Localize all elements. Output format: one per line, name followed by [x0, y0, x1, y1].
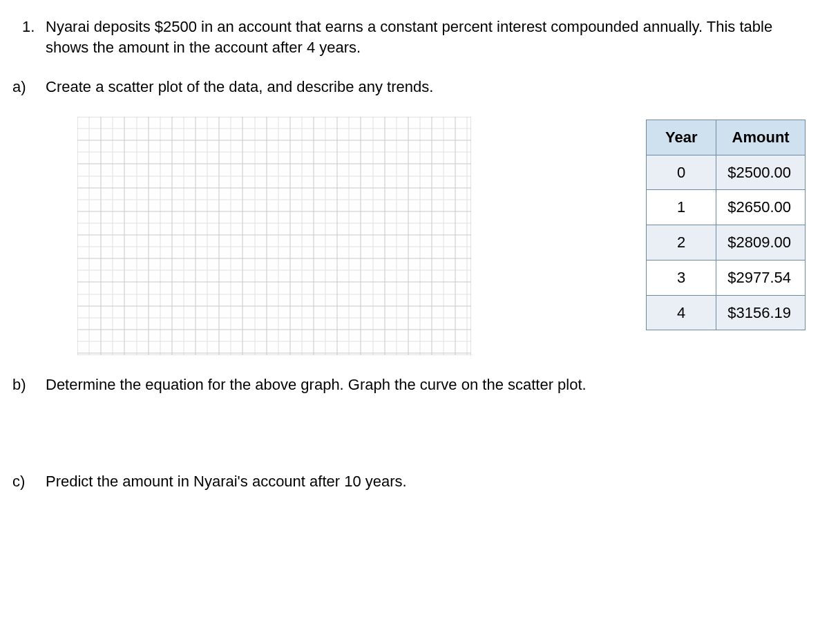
- part-c-text: Predict the amount in Nyarai's account a…: [46, 471, 812, 492]
- part-b-text: Determine the equation for the above gra…: [46, 375, 812, 395]
- cell-amount: $2650.00: [716, 190, 806, 225]
- cell-year: 4: [647, 295, 716, 330]
- data-table: Year Amount 0 $2500.00 1 $2650.00 2 $280…: [646, 120, 806, 330]
- question-text: Nyarai deposits $2500 in an account that…: [46, 17, 812, 57]
- table-row: 1 $2650.00: [647, 190, 806, 225]
- cell-year: 1: [647, 190, 716, 225]
- table-row: 0 $2500.00: [647, 155, 806, 190]
- question-number: 1.: [22, 17, 46, 37]
- cell-amount: $2977.54: [716, 260, 806, 295]
- cell-year: 2: [647, 225, 716, 261]
- cell-amount: $3156.19: [716, 295, 806, 330]
- table-header-year: Year: [647, 120, 716, 155]
- table-row: 3 $2977.54: [647, 260, 806, 295]
- cell-amount: $2809.00: [716, 225, 806, 261]
- part-c-marker: c): [12, 471, 46, 492]
- cell-year: 3: [647, 260, 716, 295]
- graph-grid: [77, 117, 471, 355]
- part-a-marker: a): [12, 77, 46, 97]
- table-row: 2 $2809.00: [647, 225, 806, 261]
- part-a-text: Create a scatter plot of the data, and d…: [46, 77, 812, 97]
- cell-year: 0: [647, 155, 716, 190]
- part-b-marker: b): [12, 375, 46, 395]
- table-row: 4 $3156.19: [647, 295, 806, 330]
- table-header-amount: Amount: [716, 120, 806, 155]
- cell-amount: $2500.00: [716, 155, 806, 190]
